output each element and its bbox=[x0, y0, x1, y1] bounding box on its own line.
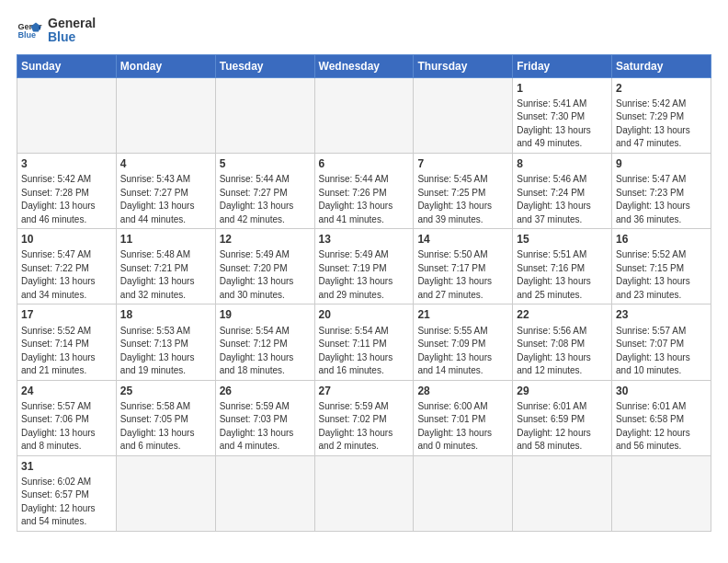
calendar-day-cell: 30Sunrise: 6:01 AM Sunset: 6:58 PM Dayli… bbox=[612, 380, 711, 455]
calendar-day-cell: 19Sunrise: 5:54 AM Sunset: 7:12 PM Dayli… bbox=[215, 304, 314, 380]
day-number: 13 bbox=[319, 232, 410, 247]
calendar-week-row: 24Sunrise: 5:57 AM Sunset: 7:06 PM Dayli… bbox=[17, 380, 711, 455]
logo: General Blue General Blue bbox=[17, 17, 96, 45]
day-number: 24 bbox=[21, 384, 112, 398]
calendar-day-cell bbox=[116, 455, 215, 531]
day-number: 8 bbox=[517, 156, 608, 171]
calendar-table: SundayMondayTuesdayWednesdayThursdayFrid… bbox=[17, 54, 711, 532]
day-number: 10 bbox=[21, 232, 112, 247]
calendar-day-cell bbox=[314, 455, 414, 531]
day-info: Sunrise: 6:00 AM Sunset: 7:01 PM Dayligh… bbox=[417, 401, 492, 452]
calendar-day-cell: 28Sunrise: 6:00 AM Sunset: 7:01 PM Dayli… bbox=[414, 380, 513, 455]
day-number: 4 bbox=[120, 156, 211, 171]
day-number: 29 bbox=[517, 384, 608, 398]
calendar-day-cell: 9Sunrise: 5:47 AM Sunset: 7:23 PM Daylig… bbox=[612, 153, 711, 228]
day-number: 31 bbox=[21, 459, 112, 474]
calendar-day-cell: 2Sunrise: 5:42 AM Sunset: 7:29 PM Daylig… bbox=[612, 77, 711, 153]
calendar-day-cell bbox=[414, 77, 513, 153]
calendar-day-cell: 25Sunrise: 5:58 AM Sunset: 7:05 PM Dayli… bbox=[116, 380, 215, 455]
calendar-week-row: 10Sunrise: 5:47 AM Sunset: 7:22 PM Dayli… bbox=[17, 229, 711, 304]
calendar-day-cell bbox=[215, 77, 314, 153]
day-number: 18 bbox=[120, 307, 211, 322]
calendar-day-cell: 5Sunrise: 5:44 AM Sunset: 7:27 PM Daylig… bbox=[215, 153, 314, 228]
calendar-day-cell: 7Sunrise: 5:45 AM Sunset: 7:25 PM Daylig… bbox=[414, 153, 513, 228]
weekday-header: Saturday bbox=[612, 54, 711, 77]
day-number: 28 bbox=[417, 384, 508, 398]
calendar-day-cell: 17Sunrise: 5:52 AM Sunset: 7:14 PM Dayli… bbox=[17, 304, 117, 380]
day-number: 11 bbox=[120, 232, 211, 247]
calendar-day-cell: 14Sunrise: 5:50 AM Sunset: 7:17 PM Dayli… bbox=[414, 229, 513, 304]
calendar-day-cell: 27Sunrise: 5:59 AM Sunset: 7:02 PM Dayli… bbox=[314, 380, 414, 455]
day-number: 14 bbox=[417, 232, 508, 247]
calendar-day-cell: 15Sunrise: 5:51 AM Sunset: 7:16 PM Dayli… bbox=[513, 229, 612, 304]
day-info: Sunrise: 5:50 AM Sunset: 7:17 PM Dayligh… bbox=[417, 249, 492, 300]
day-info: Sunrise: 5:54 AM Sunset: 7:12 PM Dayligh… bbox=[220, 326, 294, 376]
calendar-day-cell bbox=[612, 455, 711, 531]
calendar-day-cell bbox=[116, 77, 215, 153]
day-info: Sunrise: 5:52 AM Sunset: 7:15 PM Dayligh… bbox=[616, 249, 690, 300]
day-info: Sunrise: 5:55 AM Sunset: 7:09 PM Dayligh… bbox=[417, 326, 492, 376]
day-number: 19 bbox=[220, 307, 311, 322]
header: General Blue General Blue bbox=[17, 17, 711, 45]
calendar-day-cell: 10Sunrise: 5:47 AM Sunset: 7:22 PM Dayli… bbox=[17, 229, 117, 304]
day-number: 16 bbox=[616, 232, 707, 247]
day-number: 7 bbox=[417, 156, 508, 171]
calendar-day-cell: 3Sunrise: 5:42 AM Sunset: 7:28 PM Daylig… bbox=[17, 153, 117, 228]
calendar-week-row: 1Sunrise: 5:41 AM Sunset: 7:30 PM Daylig… bbox=[17, 77, 711, 153]
day-info: Sunrise: 5:46 AM Sunset: 7:24 PM Dayligh… bbox=[517, 174, 591, 224]
calendar-day-cell bbox=[17, 77, 117, 153]
calendar-day-cell bbox=[314, 77, 414, 153]
weekday-header: Thursday bbox=[414, 54, 513, 77]
page: General Blue General Blue SundayMondayTu… bbox=[0, 0, 728, 563]
calendar-day-cell bbox=[513, 455, 612, 531]
day-info: Sunrise: 5:49 AM Sunset: 7:20 PM Dayligh… bbox=[220, 249, 294, 300]
day-number: 3 bbox=[21, 156, 112, 171]
day-number: 12 bbox=[220, 232, 311, 247]
day-number: 22 bbox=[517, 307, 608, 322]
day-number: 26 bbox=[220, 384, 311, 398]
weekday-header: Sunday bbox=[17, 54, 117, 77]
calendar-day-cell: 23Sunrise: 5:57 AM Sunset: 7:07 PM Dayli… bbox=[612, 304, 711, 380]
day-info: Sunrise: 5:42 AM Sunset: 7:29 PM Dayligh… bbox=[616, 98, 690, 149]
weekday-header: Friday bbox=[513, 54, 612, 77]
day-number: 20 bbox=[319, 307, 410, 322]
logo-general: General bbox=[48, 17, 96, 30]
day-info: Sunrise: 5:44 AM Sunset: 7:27 PM Dayligh… bbox=[220, 174, 294, 224]
day-number: 1 bbox=[517, 81, 608, 96]
day-number: 21 bbox=[417, 307, 508, 322]
svg-text:Blue: Blue bbox=[17, 31, 36, 40]
day-info: Sunrise: 5:41 AM Sunset: 7:30 PM Dayligh… bbox=[517, 98, 591, 149]
day-info: Sunrise: 5:52 AM Sunset: 7:14 PM Dayligh… bbox=[21, 326, 96, 376]
calendar-day-cell bbox=[215, 455, 314, 531]
day-info: Sunrise: 5:54 AM Sunset: 7:11 PM Dayligh… bbox=[319, 326, 393, 376]
calendar-week-row: 3Sunrise: 5:42 AM Sunset: 7:28 PM Daylig… bbox=[17, 153, 711, 228]
calendar-day-cell bbox=[414, 455, 513, 531]
day-number: 2 bbox=[616, 81, 707, 96]
day-number: 27 bbox=[319, 384, 410, 398]
calendar-day-cell: 1Sunrise: 5:41 AM Sunset: 7:30 PM Daylig… bbox=[513, 77, 612, 153]
calendar-day-cell: 16Sunrise: 5:52 AM Sunset: 7:15 PM Dayli… bbox=[612, 229, 711, 304]
day-number: 9 bbox=[616, 156, 707, 171]
day-info: Sunrise: 5:47 AM Sunset: 7:23 PM Dayligh… bbox=[616, 174, 690, 224]
day-info: Sunrise: 5:42 AM Sunset: 7:28 PM Dayligh… bbox=[21, 174, 96, 224]
day-info: Sunrise: 5:57 AM Sunset: 7:06 PM Dayligh… bbox=[21, 401, 96, 452]
day-number: 23 bbox=[616, 307, 707, 322]
day-info: Sunrise: 5:44 AM Sunset: 7:26 PM Dayligh… bbox=[319, 174, 393, 224]
day-info: Sunrise: 6:01 AM Sunset: 6:59 PM Dayligh… bbox=[517, 401, 591, 452]
day-info: Sunrise: 5:49 AM Sunset: 7:19 PM Dayligh… bbox=[319, 249, 393, 300]
weekday-header-row: SundayMondayTuesdayWednesdayThursdayFrid… bbox=[17, 54, 711, 77]
calendar-day-cell: 22Sunrise: 5:56 AM Sunset: 7:08 PM Dayli… bbox=[513, 304, 612, 380]
calendar-day-cell: 26Sunrise: 5:59 AM Sunset: 7:03 PM Dayli… bbox=[215, 380, 314, 455]
day-number: 17 bbox=[21, 307, 112, 322]
day-number: 25 bbox=[120, 384, 211, 398]
calendar-day-cell: 6Sunrise: 5:44 AM Sunset: 7:26 PM Daylig… bbox=[314, 153, 414, 228]
calendar-day-cell: 4Sunrise: 5:43 AM Sunset: 7:27 PM Daylig… bbox=[116, 153, 215, 228]
day-number: 30 bbox=[616, 384, 707, 398]
day-info: Sunrise: 5:56 AM Sunset: 7:08 PM Dayligh… bbox=[517, 326, 591, 376]
calendar-day-cell: 12Sunrise: 5:49 AM Sunset: 7:20 PM Dayli… bbox=[215, 229, 314, 304]
day-number: 15 bbox=[517, 232, 608, 247]
day-info: Sunrise: 5:57 AM Sunset: 7:07 PM Dayligh… bbox=[616, 326, 690, 376]
calendar-day-cell: 24Sunrise: 5:57 AM Sunset: 7:06 PM Dayli… bbox=[17, 380, 117, 455]
logo-icon: General Blue bbox=[17, 17, 42, 43]
calendar-day-cell: 31Sunrise: 6:02 AM Sunset: 6:57 PM Dayli… bbox=[17, 455, 117, 531]
